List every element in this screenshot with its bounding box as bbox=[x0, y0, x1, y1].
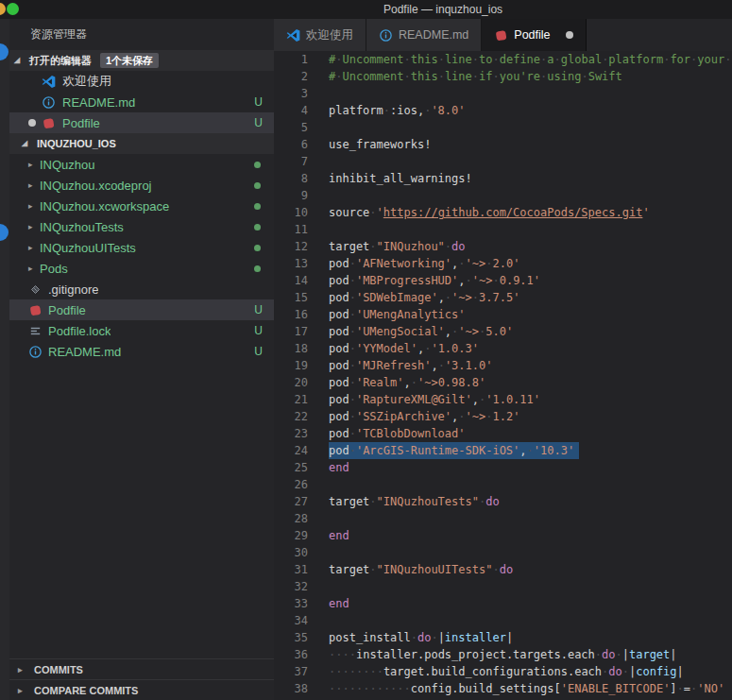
tree-item-pods[interactable]: ▸Pods bbox=[9, 258, 274, 279]
folder-name: INQuzhouUITests bbox=[40, 241, 136, 255]
code-text[interactable]: ····installer.pods_project.targets.each·… bbox=[329, 646, 677, 663]
code-text[interactable]: end bbox=[329, 595, 349, 612]
code-text[interactable]: pod·'SSZipArchive',·'~>·1.2' bbox=[329, 408, 519, 425]
line-number: 27 bbox=[274, 493, 308, 510]
tab-podfile[interactable]: Podfile bbox=[482, 19, 586, 51]
code-line: 3 bbox=[274, 85, 732, 102]
sidebar-bottom-sections: ▸COMMITS▸COMPARE COMMITS bbox=[9, 658, 274, 700]
file-tree: ▸INQuzhou▸INQuzhou.xcodeproj▸INQuzhou.xc… bbox=[9, 154, 274, 362]
podfile-icon bbox=[494, 28, 508, 43]
folder-name: INQuzhou bbox=[40, 158, 95, 172]
git-modified-dot-icon bbox=[254, 265, 261, 272]
code-line: 15pod·'SDWebImage',·'~>·3.7.5' bbox=[274, 289, 732, 306]
line-number: 32 bbox=[274, 578, 308, 595]
file-name: README.md bbox=[62, 95, 135, 110]
line-number: 19 bbox=[274, 357, 308, 374]
podfile-icon bbox=[28, 303, 43, 317]
code-text[interactable]: pod·'YYModel',·'1.0.3' bbox=[329, 340, 479, 357]
tree-item-inquzhou[interactable]: ▸INQuzhou bbox=[9, 154, 274, 175]
code-text-selected[interactable]: pod·'ArcGIS-Runtime-SDK-iOS',·'10.3' bbox=[329, 442, 579, 459]
code-line: 36····installer.pods_project.targets.eac… bbox=[274, 646, 732, 663]
code-text[interactable]: ········target.build_configurations.each… bbox=[329, 663, 684, 680]
section-compare-commits[interactable]: ▸COMPARE COMMITS bbox=[9, 679, 274, 700]
code-line: 21pod·'RaptureXML@Gilt',·'1.0.11' bbox=[274, 391, 732, 408]
activity-bar-icon[interactable] bbox=[0, 224, 9, 241]
line-number: 1 bbox=[274, 51, 308, 68]
open-editor-item-podfile[interactable]: PodfileU bbox=[9, 112, 274, 133]
info-icon bbox=[42, 95, 56, 110]
open-editor-item-readme[interactable]: README.mdU bbox=[9, 92, 274, 112]
tab-readme[interactable]: README.md bbox=[366, 19, 482, 51]
code-text[interactable]: target·"INQuzhouTests"·do bbox=[329, 493, 500, 510]
minimize-button[interactable] bbox=[0, 3, 6, 15]
code-text[interactable]: pod·'RaptureXML@Gilt',·'1.0.11' bbox=[329, 391, 540, 408]
line-number: 25 bbox=[274, 459, 308, 476]
git-status-badge: U bbox=[254, 324, 263, 337]
open-editors-header[interactable]: ◢ 打开的编辑器 1个未保存 bbox=[9, 50, 274, 71]
line-number: 11 bbox=[274, 221, 308, 238]
code-text[interactable]: target·"INQuzhou"·do bbox=[329, 238, 466, 255]
tab-label: 欢迎使用 bbox=[306, 27, 353, 43]
code-text[interactable]: target·"INQuzhouUITests"·do bbox=[329, 561, 513, 578]
code-text[interactable]: post_install·do·|installer| bbox=[329, 629, 513, 646]
tab-welcome[interactable]: 欢迎使用 bbox=[274, 19, 366, 51]
code-text[interactable]: pod·'Realm',·'~>0.98.8' bbox=[329, 374, 485, 391]
code-text[interactable]: pod·'MJRefresh',·'3.1.0' bbox=[329, 357, 492, 374]
line-number: 16 bbox=[274, 306, 308, 323]
file-name: Podfile.lock bbox=[48, 324, 111, 338]
editor-area: 欢迎使用README.mdPodfile 1#·Uncomment·this·l… bbox=[274, 19, 732, 700]
modified-dot-icon[interactable] bbox=[566, 31, 573, 39]
line-number: 37 bbox=[274, 663, 308, 680]
code-text[interactable]: ············config.build_settings['ENABL… bbox=[329, 680, 724, 697]
tree-item-readme-md[interactable]: README.mdU bbox=[9, 341, 274, 362]
code-text[interactable]: #·Uncomment·this·line·if·you're·using·Sw… bbox=[329, 68, 622, 85]
file-name: Podfile bbox=[62, 116, 100, 130]
code-text[interactable]: source·'https://github.com/CocoaPods/Spe… bbox=[329, 204, 650, 221]
file-name: Podfile bbox=[48, 303, 86, 317]
file-name: .gitignore bbox=[48, 282, 98, 297]
code-line: 35post_install·do·|installer| bbox=[274, 629, 732, 646]
tree-item-podfile-lock[interactable]: Podfile.lockU bbox=[9, 320, 274, 341]
tab-bar: 欢迎使用README.mdPodfile bbox=[274, 19, 732, 51]
open-editor-item-welcome[interactable]: 欢迎使用 bbox=[9, 71, 274, 92]
tree-item-inquzhou-xcodeproj[interactable]: ▸INQuzhou.xcodeproj bbox=[9, 175, 274, 196]
line-number: 35 bbox=[274, 629, 308, 646]
git-modified-dot-icon bbox=[254, 162, 261, 168]
git-modified-dot-icon bbox=[254, 182, 261, 189]
code-text[interactable]: pod·'SDWebImage',·'~>·3.7.5' bbox=[329, 289, 519, 306]
code-text[interactable]: inhibit_all_warnings! bbox=[329, 170, 472, 187]
tree-item-inquzhouuitests[interactable]: ▸INQuzhouUITests bbox=[9, 237, 274, 258]
code-line: 2#·Uncomment·this·line·if·you're·using·S… bbox=[274, 68, 732, 85]
sidebar-title: 资源管理器 bbox=[9, 19, 274, 50]
code-text[interactable]: use_frameworks! bbox=[329, 136, 431, 153]
tree-item-inquzhou-xcworkspace[interactable]: ▸INQuzhou.xcworkspace bbox=[9, 196, 274, 216]
code-text[interactable]: pod·'MBProgressHUD',·'~>·0.9.1' bbox=[329, 272, 540, 289]
code-text[interactable]: end bbox=[329, 459, 349, 476]
code-text[interactable]: #·Uncomment·this·line·to·define·a·global… bbox=[329, 51, 731, 68]
activity-bar-icon[interactable] bbox=[0, 43, 9, 60]
zoom-button[interactable] bbox=[7, 3, 19, 15]
code-text[interactable]: pod·'UMengSocial',·'~>·5.0' bbox=[329, 323, 513, 340]
section-commits[interactable]: ▸COMMITS bbox=[9, 658, 274, 679]
code-text[interactable]: pod·'TCBlobDownload' bbox=[329, 425, 466, 442]
line-number: 29 bbox=[274, 527, 308, 544]
section-label: COMPARE COMMITS bbox=[34, 685, 138, 696]
line-number: 14 bbox=[274, 272, 308, 289]
code-text[interactable]: pod·'UMengAnalytics' bbox=[329, 306, 466, 323]
project-section-header[interactable]: ◢ INQUZHOU_IOS bbox=[9, 133, 274, 154]
code-line: 1#·Uncomment·this·line·to·define·a·globa… bbox=[274, 51, 732, 68]
tree-item-podfile[interactable]: PodfileU bbox=[9, 299, 274, 320]
line-number: 28 bbox=[274, 510, 308, 527]
tree-item-inquzhoutests[interactable]: ▸INQuzhouTests bbox=[9, 216, 274, 237]
tree-item-gitignore[interactable]: .gitignore bbox=[9, 279, 274, 299]
code-text[interactable]: platform·:ios,·'8.0' bbox=[329, 102, 466, 119]
tab-label: Podfile bbox=[514, 28, 550, 42]
line-number: 22 bbox=[274, 408, 308, 425]
chevron-collapsed-icon: ▸ bbox=[28, 160, 40, 169]
code-line: 32 bbox=[274, 578, 732, 595]
code-text[interactable]: end bbox=[329, 527, 349, 544]
project-label: INQUZHOU_IOS bbox=[37, 133, 116, 154]
code-line: 13pod·'AFNetworking',·'~>·2.0' bbox=[274, 255, 732, 272]
code-text[interactable]: pod·'AFNetworking',·'~>·2.0' bbox=[329, 255, 519, 272]
line-number: 8 bbox=[274, 170, 308, 187]
